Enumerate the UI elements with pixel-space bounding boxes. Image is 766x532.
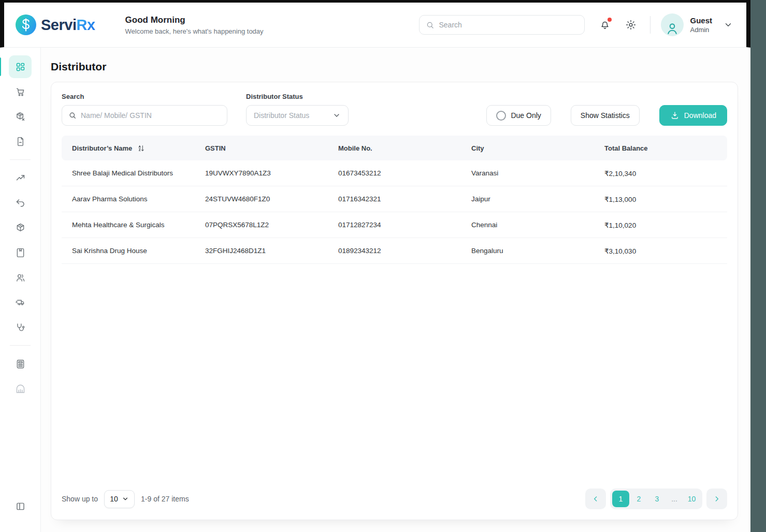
table-row[interactable]: Sai Krishna Drug House 32FGHIJ2468D1Z1 0… — [62, 238, 727, 264]
sidebar-item-truck[interactable] — [9, 291, 32, 314]
download-button[interactable]: Download — [659, 105, 727, 126]
filters-row: Search Distributor Status — [62, 93, 727, 126]
due-only-toggle[interactable]: Due Only — [486, 105, 551, 126]
search-filter: Search — [62, 93, 227, 126]
truck-icon — [15, 297, 26, 308]
cell-name: Sai Krishna Drug House — [62, 247, 195, 255]
sidebar-item-book[interactable] — [9, 241, 32, 264]
sidebar-item-reports[interactable] — [9, 377, 32, 400]
package-cancel-icon — [15, 111, 26, 122]
main-content: Distributor Search — [41, 48, 750, 532]
user-name: Guest — [690, 16, 712, 25]
sidebar-item-calculator[interactable] — [9, 352, 32, 375]
global-search[interactable] — [419, 15, 585, 35]
status-filter: Distributor Status Distributor Status — [246, 93, 349, 126]
column-header-gstin: GSTIN — [195, 144, 328, 152]
greeting-block: Good Morning Welcome back, here's what's… — [125, 15, 264, 35]
panel-toggle-icon — [15, 501, 26, 512]
dashboard-icon — [15, 62, 26, 72]
header-divider — [650, 16, 651, 34]
cell-balance: ₹1,10,020 — [594, 221, 727, 229]
sidebar-item-dashboard[interactable] — [9, 55, 32, 78]
cell-mobile: 01712827234 — [328, 221, 461, 229]
page-size-select[interactable]: 10 — [104, 490, 135, 508]
page-title: Distributor — [51, 61, 738, 73]
column-header-city: City — [461, 144, 594, 152]
cell-gstin: 19UVWXY7890A1Z3 — [195, 169, 328, 177]
avatar — [661, 13, 684, 36]
user-icon — [664, 21, 680, 36]
page-button-1[interactable]: 1 — [612, 491, 629, 507]
chevron-down-icon — [333, 111, 341, 120]
cell-balance: ₹2,10,340 — [594, 169, 727, 178]
cart-icon — [15, 86, 26, 97]
book-icon — [15, 247, 26, 258]
sidebar-item-trending[interactable] — [9, 167, 32, 189]
chevron-down-icon — [724, 20, 733, 29]
cell-city: Bengaluru — [461, 247, 594, 255]
page-button-3[interactable]: 3 — [648, 491, 666, 507]
greeting-subtitle: Welcome back, here's what's happening to… — [125, 27, 264, 35]
table-body: Shree Balaji Medical Distributors 19UVWX… — [62, 160, 727, 264]
previous-page-button[interactable] — [585, 489, 606, 509]
app-window: ServiRx Good Morning Welcome back, here'… — [0, 0, 750, 532]
user-role: Admin — [690, 26, 712, 34]
bar-chart-icon — [15, 383, 26, 394]
sidebar-item-package-cancel[interactable] — [9, 105, 32, 128]
page-size-value: 10 — [110, 495, 118, 503]
sidebar-item-package[interactable] — [9, 216, 32, 239]
table-row[interactable]: Shree Balaji Medical Distributors 19UVWX… — [62, 160, 727, 186]
cell-city: Chennai — [461, 221, 594, 229]
items-range-label: 1-9 of 27 items — [141, 495, 189, 503]
sidebar-divider — [10, 345, 31, 346]
sidebar-item-stethoscope[interactable] — [9, 316, 32, 338]
notifications-button[interactable] — [598, 18, 612, 32]
sidebar-item-users[interactable] — [9, 266, 32, 289]
cell-name: Mehta Healthcare & Surgicals — [62, 221, 195, 229]
download-label: Download — [684, 111, 716, 120]
distributor-card: Search Distributor Status — [51, 82, 738, 520]
chevron-right-icon — [713, 495, 721, 503]
cell-name: Shree Balaji Medical Distributors — [62, 169, 195, 177]
radio-icon — [496, 111, 506, 121]
page-button-10[interactable]: 10 — [683, 491, 700, 507]
chevron-left-icon — [591, 495, 600, 503]
trending-up-icon — [15, 173, 26, 184]
sidebar-item-cart[interactable] — [9, 80, 32, 103]
cell-mobile: 01673453212 — [328, 169, 461, 177]
cell-gstin: 32FGHIJ2468D1Z1 — [195, 247, 328, 255]
calculator-icon — [15, 359, 26, 370]
distributor-search-field[interactable] — [62, 105, 227, 126]
search-icon — [68, 111, 77, 120]
sidebar-item-returns[interactable] — [9, 191, 32, 214]
desktop-edge-band — [750, 0, 766, 532]
gear-icon — [625, 19, 637, 31]
undo-icon — [15, 198, 26, 209]
distributor-table: Distributor’s Name GSTIN Mobile No. — [62, 136, 727, 264]
notification-dot — [608, 18, 612, 22]
page-button-2[interactable]: 2 — [630, 491, 647, 507]
next-page-button[interactable] — [706, 489, 727, 509]
distributor-status-select[interactable]: Distributor Status — [246, 105, 349, 126]
brand-logo[interactable]: ServiRx — [16, 14, 95, 35]
search-filter-label: Search — [62, 93, 227, 100]
distributor-search-input[interactable] — [81, 111, 221, 120]
sort-az-icon[interactable] — [137, 144, 145, 152]
sidebar-item-document[interactable] — [9, 130, 32, 153]
column-header-balance: Total Balance — [594, 144, 727, 152]
show-statistics-button[interactable]: Show Statistics — [571, 105, 640, 126]
table-row[interactable]: Mehta Healthcare & Surgicals 07PQRSX5678… — [62, 212, 727, 238]
table-row[interactable]: Aarav Pharma Solutions 24STUVW4680F1Z0 0… — [62, 186, 727, 212]
settings-button[interactable] — [624, 18, 638, 32]
status-filter-label: Distributor Status — [246, 93, 349, 100]
cell-name: Aarav Pharma Solutions — [62, 195, 195, 203]
user-info: Guest Admin — [690, 16, 712, 34]
sidebar-collapse-button[interactable] — [9, 495, 32, 518]
cell-gstin: 24STUVW4680F1Z0 — [195, 195, 328, 203]
user-menu[interactable]: Guest Admin — [661, 13, 733, 36]
cell-balance: ₹3,10,030 — [594, 247, 727, 255]
sidebar — [0, 48, 41, 532]
table-footer: Show up to 10 1-9 of 27 items 1 — [62, 481, 727, 509]
chevron-down-icon — [122, 495, 129, 503]
global-search-input[interactable] — [439, 21, 578, 29]
